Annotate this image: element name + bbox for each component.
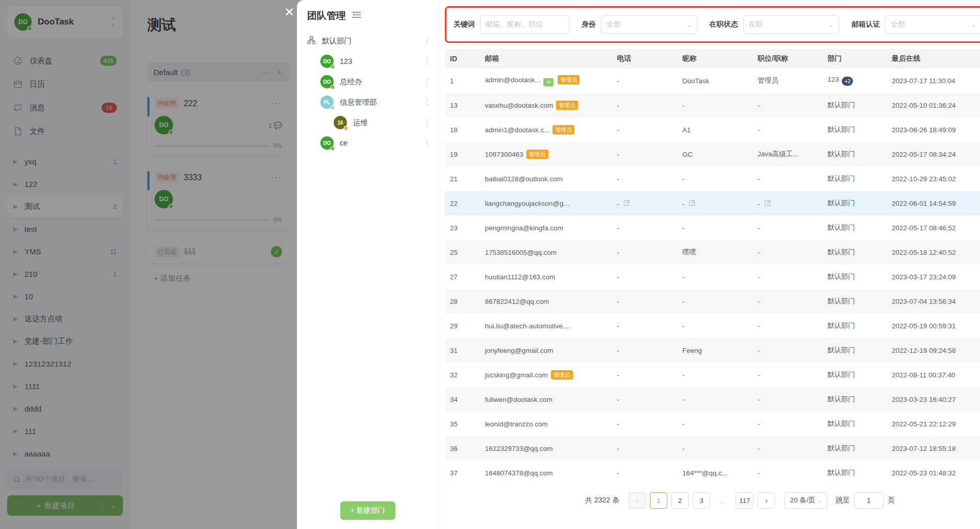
status-dot	[344, 126, 348, 130]
table-row[interactable]: 18admin1@dootask.c...管理员-A1-默认部门2023-06-…	[445, 117, 980, 142]
cell-phone: -	[612, 166, 677, 191]
edit-icon[interactable]	[689, 200, 696, 208]
pagination-bar: 共 2322 条 ‹ 123...117 › 20 条/页 ⌄ 跳至 1 页	[445, 492, 980, 509]
cell-dept: 默认部门	[822, 191, 887, 215]
admin-badge: 管理员	[552, 125, 574, 134]
cell-title: -	[752, 264, 822, 289]
cell-dept: 默认部门	[822, 363, 887, 387]
collapse-menu-icon[interactable]	[352, 11, 361, 20]
cell-dept: 默认部门	[822, 412, 887, 436]
more-vertical-icon[interactable]: ⋮	[423, 39, 431, 42]
modal-title: 团队管理	[307, 9, 346, 22]
cell-last-online: 2022-12-19 09:24:58	[887, 338, 980, 363]
more-vertical-icon[interactable]: ⋮	[423, 141, 431, 145]
cell-last-online: 2022-05-17 08:34:24	[887, 142, 980, 166]
table-row[interactable]: 371648074378@qq.com-164***@qq.c...-默认部门2…	[445, 461, 980, 485]
prev-page-button[interactable]: ‹	[629, 492, 646, 509]
page-button-2[interactable]: 2	[671, 492, 689, 509]
table-row[interactable]: 35leonid@tranzzo.com---默认部门2022-05-21 22…	[445, 412, 980, 436]
cell-dept: 默认部门	[822, 461, 887, 485]
cell-nick: -	[677, 191, 753, 215]
keyword-placeholder: 邮箱、昵称、职位	[486, 20, 543, 29]
page-size-select[interactable]: 20 条/页 ⌄	[784, 492, 827, 509]
next-page-button[interactable]: ›	[758, 492, 775, 509]
page-ellipsis: ...	[714, 492, 732, 509]
cell-id: 13	[445, 93, 480, 117]
cell-dept: 默认部门	[822, 166, 887, 191]
department-tree-item[interactable]: PL信息管理部⋮	[297, 92, 438, 112]
status-dot	[331, 65, 335, 69]
cell-title: -	[752, 240, 822, 264]
cell-title: -	[752, 363, 822, 387]
department-label: ce	[340, 139, 347, 147]
email-verify-label: 邮箱认证	[851, 20, 880, 29]
cell-phone: -	[612, 191, 677, 215]
page-button-1[interactable]: 1	[650, 492, 667, 509]
jump-page-input[interactable]: 1	[854, 492, 884, 509]
department-avatar: DO	[320, 75, 334, 88]
cell-title: -	[752, 412, 822, 436]
more-vertical-icon[interactable]: ⋮	[423, 101, 431, 104]
edit-icon[interactable]	[623, 200, 631, 208]
cell-last-online: 2023-07-12 18:55:18	[887, 436, 980, 461]
cell-phone: -	[612, 68, 677, 93]
table-row[interactable]: 29hui.liu@atech-automotive....---默认部门202…	[445, 314, 980, 338]
cell-phone: -	[612, 240, 677, 264]
more-vertical-icon[interactable]: ⋮	[423, 80, 431, 83]
cell-phone: -	[612, 363, 677, 387]
table-row[interactable]: 1admin@dootask...✉管理员-DooTask管理员123+2202…	[445, 68, 980, 93]
more-vertical-icon[interactable]: ⋮	[423, 121, 431, 124]
table-row[interactable]: 31jonyfeeng@gmail.com-Feeng-默认部门2022-12-…	[445, 338, 980, 363]
dept-extra-badge[interactable]: +2	[842, 77, 853, 86]
employment-status-select[interactable]: 在职⌄	[743, 15, 840, 34]
cell-last-online: 2023-07-17 11:30:04	[887, 68, 980, 93]
table-row[interactable]: 13vasehu@dootask.com管理员---默认部门2022-05-10…	[445, 93, 980, 117]
cell-id: 28	[445, 289, 480, 314]
cell-title: -	[752, 166, 822, 191]
email-verify-select[interactable]: 全部⌄	[885, 15, 980, 34]
table-row[interactable]: 21baibai0128@outlook.com---默认部门2022-10-2…	[445, 166, 980, 191]
department-panel: 团队管理 默认部门⋮DO123⋮DO总经办⋮PL信息管理部⋮16运维⋮DOce⋮…	[297, 0, 439, 529]
cell-dept: 默认部门	[822, 289, 887, 314]
cell-id: 34	[445, 387, 480, 412]
page-button-117[interactable]: 117	[736, 492, 754, 509]
cell-dept: 默认部门	[822, 387, 887, 412]
keyword-input[interactable]: 邮箱、昵称、职位	[480, 15, 569, 34]
table-row[interactable]: 22liangchangyoujackson@g...---默认部门2022-0…	[445, 191, 980, 215]
org-chart-icon	[307, 36, 316, 46]
department-tree-item[interactable]: DO123⋮	[297, 51, 438, 71]
cell-email: jscsking@gmail.com管理员	[480, 363, 612, 387]
department-label: 123	[340, 57, 352, 65]
identity-select[interactable]: 全部⌄	[601, 15, 697, 34]
cell-email: admin@dootask...✉管理员	[480, 68, 612, 93]
cell-id: 25	[445, 240, 480, 264]
department-label: 默认部门	[322, 36, 351, 46]
department-tree-item[interactable]: 16运维⋮	[297, 112, 438, 133]
cell-title: -	[752, 215, 822, 240]
department-tree-item[interactable]: DOce⋮	[297, 133, 438, 153]
department-tree-item[interactable]: 默认部门⋮	[297, 31, 438, 51]
cell-email: fuliwen@dootask.com	[480, 387, 612, 412]
page-button-3[interactable]: 3	[693, 492, 710, 509]
new-department-button[interactable]: + 新建部门	[340, 501, 395, 520]
cell-nick: -	[677, 363, 753, 387]
table-row[interactable]: 32jscsking@gmail.com管理员---默认部门2022-08-11…	[445, 363, 980, 387]
table-row[interactable]: 361622329733@qq.com---默认部门2023-07-12 18:…	[445, 436, 980, 461]
cell-email: 1622329733@qq.com	[480, 436, 612, 461]
more-vertical-icon[interactable]: ⋮	[423, 60, 431, 63]
table-row[interactable]: 34fuliwen@dootask.com---默认部门2023-03-23 1…	[445, 387, 980, 412]
department-tree-item[interactable]: DO总经办⋮	[297, 71, 438, 92]
table-row[interactable]: 2517538516005@qq.com-嘿嘿-默认部门2022-05-18 1…	[445, 240, 980, 264]
table-row[interactable]: 27huotian1112@163.com---默认部门2023-03-17 2…	[445, 264, 980, 289]
table-row[interactable]: 28867822412@qq.com---默认部门2023-07-04 13:5…	[445, 289, 980, 314]
table-row[interactable]: 191097300463管理员-GCJava高级工...默认部门2022-05-…	[445, 142, 980, 166]
table-row[interactable]: 23pengmingna@kingfa.com---默认部门2022-05-17…	[445, 215, 980, 240]
column-header-3: 电话	[612, 49, 677, 68]
cell-dept: 默认部门	[822, 338, 887, 363]
cell-email: jonyfeeng@gmail.com	[480, 338, 612, 363]
column-header-6: 部门	[822, 49, 887, 68]
close-icon[interactable]: ✕	[281, 4, 297, 20]
edit-icon[interactable]	[764, 200, 771, 208]
cell-phone: -	[612, 338, 677, 363]
department-label: 信息管理部	[340, 98, 377, 107]
